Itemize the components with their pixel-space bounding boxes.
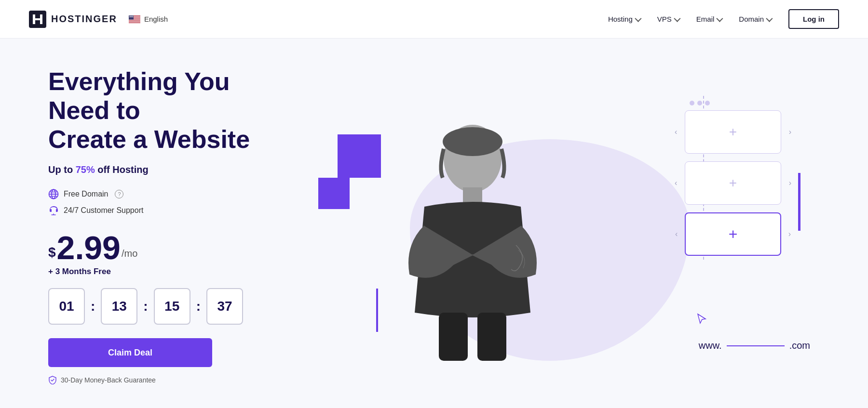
card-arrow-right-2: ›	[789, 179, 791, 187]
feature-support: 24/7 Customer Support	[48, 205, 280, 216]
svg-rect-7	[129, 22, 140, 22]
claim-deal-button[interactable]: Claim Deal	[48, 338, 212, 367]
flag-icon	[129, 15, 140, 23]
card-arrow-right-3: ›	[788, 230, 791, 238]
card-arrow-left-3: ‹	[675, 230, 678, 238]
domain-bar: www. .com	[699, 340, 810, 351]
domain-com: .com	[789, 340, 810, 351]
nav-vps[interactable]: VPS	[657, 15, 679, 23]
price-display: $ 2.99 /mo	[48, 231, 280, 264]
chevron-down-icon	[635, 15, 641, 22]
card-arrow-left-1: ‹	[675, 128, 677, 136]
svg-point-22	[131, 17, 131, 17]
svg-point-24	[132, 17, 133, 17]
countdown-hours: 01	[48, 288, 85, 325]
svg-point-32	[443, 127, 502, 156]
card-plus-2: +	[729, 175, 737, 191]
chevron-down-icon	[766, 15, 773, 22]
card-arrow-right-1: ›	[789, 128, 791, 136]
nav-hosting[interactable]: Hosting	[608, 15, 640, 23]
svg-point-20	[129, 17, 130, 17]
countdown-timer: 01 : 13 : 15 : 37	[48, 288, 280, 325]
hero-headline: Everything You Need to Create a Website	[48, 67, 280, 154]
logo[interactable]: HOSTINGER	[29, 11, 117, 28]
countdown-centiseconds: 37	[206, 288, 243, 325]
svg-point-17	[131, 16, 132, 16]
dot-3	[705, 101, 710, 105]
cursor-icon	[697, 313, 706, 327]
price-section: $ 2.99 /mo + 3 Months Free	[48, 231, 280, 276]
hero-section: Everything You Need to Create a Website …	[0, 39, 868, 408]
main-nav: Hosting VPS Email Domain Log in	[608, 9, 839, 29]
svg-point-15	[130, 16, 130, 16]
login-button[interactable]: Log in	[788, 9, 839, 29]
accent-line-right	[798, 173, 800, 231]
svg-point-21	[130, 17, 130, 17]
domain-underline	[727, 345, 785, 346]
svg-rect-31	[477, 313, 506, 361]
cursor-svg	[697, 313, 706, 325]
ui-card-1[interactable]: ‹ + ›	[685, 110, 781, 154]
site-header: HOSTINGER	[0, 0, 868, 39]
language-selector[interactable]: English	[129, 15, 168, 23]
hero-left: Everything You Need to Create a Website …	[48, 67, 280, 384]
dot-2	[697, 101, 702, 105]
countdown-sep-1: :	[91, 299, 95, 314]
countdown-sep-3: :	[196, 299, 201, 314]
svg-point-18	[132, 16, 132, 16]
purple-square-large	[338, 134, 381, 178]
price-suffix: /mo	[122, 248, 137, 259]
svg-rect-6	[129, 21, 140, 21]
nav-email[interactable]: Email	[696, 15, 722, 23]
card-plus-3: +	[729, 225, 738, 243]
svg-point-12	[131, 15, 132, 16]
card-plus-1: +	[729, 124, 737, 140]
person-image	[376, 110, 569, 370]
countdown-minutes: 13	[101, 288, 137, 325]
card-arrow-left-2: ‹	[675, 179, 677, 187]
browser-mockup: ‹ + › ‹ + › ‹ + ›	[685, 101, 781, 256]
header-left: HOSTINGER	[29, 11, 168, 28]
hero-subheadline: Up to 75% off Hosting	[48, 164, 280, 175]
countdown-seconds: 15	[154, 288, 190, 325]
domain-www: www.	[699, 340, 722, 351]
svg-point-11	[131, 15, 131, 16]
svg-point-19	[133, 16, 133, 16]
ui-card-3-active[interactable]: ‹ + ›	[685, 212, 781, 256]
dot-1	[690, 101, 694, 105]
svg-point-10	[130, 15, 130, 16]
features-list: Free Domain ? 24/7 Customer Support	[48, 189, 280, 216]
guarantee-text: 30-Day Money-Back Guarantee	[48, 376, 280, 384]
logo-icon	[29, 11, 46, 28]
hero-illustration: ‹ + › ‹ + › ‹ + ›	[280, 77, 820, 375]
language-label: English	[144, 15, 168, 23]
feature-domain: Free Domain ?	[48, 189, 280, 199]
price-bonus: + 3 Months Free	[48, 267, 280, 276]
svg-point-9	[129, 15, 130, 16]
browser-dots	[690, 101, 781, 105]
svg-rect-30	[439, 313, 468, 361]
price-dollar: $	[48, 245, 56, 260]
shield-icon	[48, 376, 57, 384]
svg-point-25	[133, 17, 133, 17]
question-icon[interactable]: ?	[115, 190, 123, 198]
svg-point-23	[131, 17, 132, 17]
purple-square-small	[318, 178, 350, 209]
headset-icon	[48, 205, 59, 216]
chevron-down-icon	[717, 15, 723, 22]
chevron-down-icon	[674, 15, 680, 22]
countdown-sep-2: :	[143, 299, 148, 314]
ui-cards-container: ‹ + › ‹ + › ‹ + ›	[685, 110, 781, 256]
svg-point-14	[133, 15, 133, 16]
price-amount: 2.99	[57, 231, 121, 264]
svg-point-13	[132, 15, 133, 16]
person-svg	[376, 110, 569, 370]
ui-card-2[interactable]: ‹ + ›	[685, 161, 781, 205]
globe-icon	[48, 189, 59, 199]
nav-domain[interactable]: Domain	[739, 15, 771, 23]
svg-point-16	[130, 16, 131, 16]
svg-rect-5	[129, 19, 140, 20]
logo-text: HOSTINGER	[51, 13, 117, 25]
